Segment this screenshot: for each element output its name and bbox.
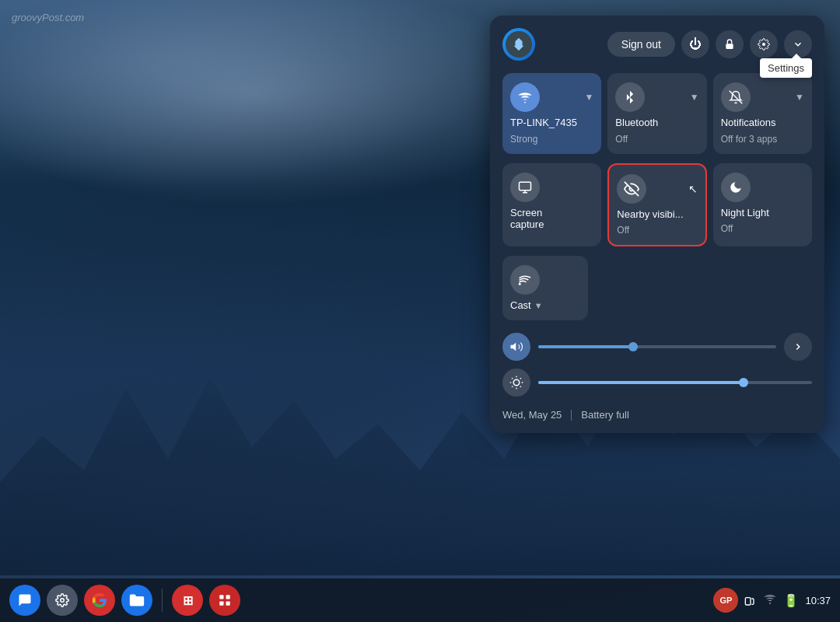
volume-slider-fill [538, 345, 633, 348]
svg-rect-24 [746, 598, 751, 605]
qs-header: Sign out ⏻ [502, 28, 812, 61]
screen-capture-icon [510, 173, 540, 202]
sign-out-button[interactable]: Sign out [607, 32, 675, 57]
brightness-slider-track[interactable] [538, 381, 812, 384]
nearby-icon [617, 174, 646, 204]
notifications-label: Notifications [721, 117, 776, 129]
taskbar-messages-icon[interactable] [9, 585, 40, 616]
svg-line-13 [512, 378, 513, 379]
screen-capture-toggle[interactable]: Screencapture [502, 163, 601, 247]
sliders [502, 333, 812, 397]
volume-slider-row [502, 333, 812, 361]
taskbar-settings-icon[interactable] [47, 585, 78, 616]
cast-label: Cast [510, 299, 531, 311]
brightness-slider-fill [538, 381, 744, 384]
svg-rect-0 [726, 44, 733, 49]
avatar [502, 28, 535, 61]
svg-rect-21 [226, 595, 230, 599]
wifi-sublabel: Strong [510, 134, 537, 145]
lock-button[interactable] [716, 30, 744, 58]
qs-footer: Wed, May 25 Battery full [502, 406, 812, 421]
taskbar-battery-status: 🔋 [783, 593, 799, 608]
wifi-toggle[interactable]: ▼ TP-LINK_7435 Strong [502, 73, 601, 154]
svg-point-25 [770, 603, 772, 604]
wifi-icon [510, 82, 540, 112]
wifi-label: TP-LINK_7435 [510, 117, 577, 129]
cast-icon [510, 265, 540, 295]
footer-divider [571, 410, 572, 421]
taskbar: ⊞ GP � [0, 578, 840, 622]
svg-rect-23 [226, 602, 230, 606]
svg-point-19 [61, 599, 65, 603]
cast-label-row: Cast ▼ [510, 299, 543, 311]
watermark: groovyPost.com [12, 12, 84, 23]
bluetooth-toggle[interactable]: ▼ Bluetooth Off [607, 73, 706, 154]
taskbar-avatar[interactable]: GP [713, 588, 738, 613]
taskbar-right: GP 🔋 10:37 [713, 588, 831, 613]
volume-expand-button[interactable] [784, 333, 812, 361]
taskbar-google-icon[interactable] [84, 585, 115, 616]
bluetooth-icon [615, 82, 645, 112]
taskbar-wifi-status [763, 592, 777, 609]
night-light-sublabel: Off [721, 223, 733, 234]
taskbar-app-icon[interactable] [209, 585, 240, 616]
footer-date: Wed, May 25 [502, 409, 562, 421]
notifications-toggle-icon-row: ▼ [721, 82, 804, 112]
notifications-icon [721, 82, 751, 112]
night-light-toggle[interactable]: Night Light Off [713, 163, 812, 247]
settings-tooltip: Settings [760, 58, 812, 78]
cast-row: Cast ▼ [502, 256, 812, 320]
brightness-slider-icon[interactable] [502, 369, 530, 397]
header-buttons: Sign out ⏻ [607, 30, 812, 58]
cast-expand-icon: ▼ [534, 301, 543, 310]
footer-battery: Battery full [581, 409, 628, 421]
svg-rect-4 [520, 182, 531, 190]
svg-marker-9 [511, 343, 516, 351]
cast-toggle[interactable]: Cast ▼ [502, 256, 588, 320]
taskbar-apps: ⊞ [9, 585, 240, 616]
bluetooth-expand-icon[interactable]: ▼ [690, 92, 699, 103]
toggles-row1: ▼ TP-LINK_7435 Strong ▼ Bluetooth Off [502, 73, 812, 154]
svg-line-3 [729, 91, 742, 104]
taskbar-connect-icon [744, 594, 757, 606]
night-light-icon [721, 173, 751, 202]
svg-line-18 [520, 378, 521, 379]
volume-slider-icon[interactable] [502, 333, 530, 361]
wifi-expand-icon[interactable]: ▼ [584, 92, 593, 103]
power-icon: ⏻ [689, 37, 702, 51]
bluetooth-sublabel: Off [615, 134, 628, 145]
screen-capture-label: Screencapture [510, 207, 544, 231]
toggles-row2: Screencapture ↖ Nearby visibi... Off [502, 163, 812, 247]
svg-rect-20 [219, 595, 223, 599]
screen-capture-icon-row [510, 173, 593, 202]
settings-button[interactable] [750, 30, 778, 58]
avatar-icon [506, 31, 532, 58]
power-button[interactable]: ⏻ [681, 30, 709, 58]
volume-slider-track[interactable] [538, 345, 776, 348]
nearby-visibility-toggle[interactable]: ↖ Nearby visibi... Off [607, 163, 706, 247]
taskbar-time[interactable]: 10:37 [805, 595, 831, 606]
night-light-label: Night Light [721, 207, 769, 219]
notifications-expand-icon[interactable]: ▼ [795, 92, 804, 103]
wifi-toggle-icon-row: ▼ [510, 82, 593, 112]
lock-icon [723, 38, 736, 51]
svg-line-17 [512, 386, 513, 387]
quick-settings-panel: Sign out ⏻ Se [490, 16, 824, 433]
nearby-icon-row: ↖ [617, 174, 697, 204]
taskbar-office-icon[interactable]: ⊞ [172, 585, 203, 616]
svg-rect-22 [219, 602, 223, 606]
cursor: ↖ [688, 183, 698, 195]
nearby-sublabel: Off [617, 225, 629, 236]
taskbar-files-icon[interactable] [121, 585, 152, 616]
brightness-slider-row [502, 369, 812, 397]
notifications-toggle[interactable]: ▼ Notifications Off for 3 apps [713, 73, 812, 154]
svg-point-8 [520, 284, 521, 285]
taskbar-status-icons [744, 594, 757, 606]
notifications-sublabel: Off for 3 apps [721, 134, 778, 145]
bluetooth-toggle-icon-row: ▼ [615, 82, 698, 112]
taskbar-divider [162, 589, 163, 612]
svg-point-10 [513, 379, 520, 386]
chevron-down-icon [793, 39, 803, 50]
bluetooth-label: Bluetooth [615, 117, 658, 129]
night-light-icon-row [721, 173, 804, 202]
